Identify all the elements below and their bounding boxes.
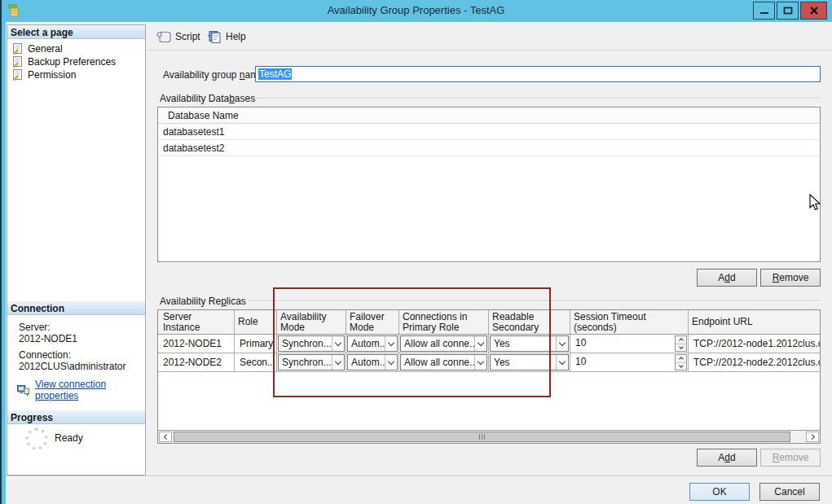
help-button[interactable]: Help (208, 30, 246, 43)
database-name-column-header[interactable]: Database Name (158, 107, 820, 124)
column-header-endpoint-url[interactable]: Endpoint URL (689, 310, 820, 335)
window-title: Availability Group Properties - TestAG (0, 4, 832, 16)
connection-section-header: Connection (7, 301, 145, 315)
ok-button[interactable]: OK (689, 483, 750, 501)
page-icon (12, 56, 24, 68)
spin-down-icon[interactable] (676, 344, 686, 352)
failover-mode-cell: Autom... (346, 353, 399, 372)
failover-mode-cell: Autom... (346, 335, 399, 353)
availability-group-properties-dialog: Availability Group Properties - TestAG S… (0, 0, 832, 504)
chevron-down-icon[interactable] (385, 355, 397, 370)
chevron-down-icon[interactable] (332, 336, 344, 351)
role-cell: Primary (235, 335, 277, 353)
chevron-left-icon (163, 434, 169, 440)
script-icon (156, 30, 171, 43)
remove-database-button[interactable]: Remove (760, 269, 821, 287)
horizontal-scrollbar[interactable] (158, 430, 820, 443)
session-timeout-spinner[interactable] (675, 335, 687, 352)
add-replica-button[interactable]: Add (697, 449, 757, 467)
endpoint-url-cell[interactable]: TCP://2012-node2.2012clus.com (689, 353, 820, 372)
scrollbar-thumb[interactable] (174, 432, 790, 442)
chevron-right-icon (808, 434, 814, 440)
role-cell: Secon... (235, 353, 277, 372)
spin-down-icon[interactable] (676, 363, 686, 370)
column-header-readable-secondary[interactable]: Readable Secondary (489, 310, 570, 335)
scroll-left-button[interactable] (159, 432, 172, 442)
group-divider (249, 300, 821, 302)
connection-value: 2012CLUS\administrator (19, 361, 125, 372)
server-value: 2012-NODE1 (19, 333, 77, 344)
sidebar-item-general[interactable]: General (12, 42, 63, 55)
scroll-right-button[interactable] (806, 432, 819, 442)
column-header-server-instance[interactable]: Server Instance (158, 310, 235, 335)
database-row[interactable]: databasetest2 (158, 140, 820, 156)
connections-in-primary-role-cell: Allow all conne... (399, 335, 489, 353)
availability-group-name-input[interactable]: TestAG (255, 66, 821, 82)
column-header-connections-in-primary-role[interactable]: Connections in Primary Role (399, 310, 489, 335)
chevron-down-icon[interactable] (385, 336, 397, 351)
progress-status: Ready (55, 432, 83, 444)
help-button-label: Help (226, 31, 246, 42)
readable-secondary-select[interactable]: Yes (490, 335, 569, 352)
minimize-button[interactable] (753, 2, 775, 20)
view-connection-properties-link[interactable]: View connection properties (35, 379, 145, 401)
failover-mode-select[interactable]: Autom... (347, 354, 398, 370)
chevron-down-icon[interactable] (556, 355, 568, 370)
connection-label: Connection: (19, 349, 71, 361)
session-timeout-spinner[interactable] (675, 354, 687, 370)
page-icon (12, 69, 24, 81)
availability-mode-select[interactable]: Synchron... (278, 335, 345, 352)
server-instance-cell[interactable]: 2012-NODE1 (158, 335, 235, 353)
availability-mode-select[interactable]: Synchron... (278, 354, 345, 370)
maximize-button[interactable] (777, 2, 799, 20)
group-divider (254, 98, 821, 99)
column-header-failover-mode[interactable]: Failover Mode (346, 310, 399, 335)
maximize-icon (783, 6, 793, 15)
availability-group-name-label: Availability group name: (163, 69, 266, 81)
close-icon (809, 6, 819, 15)
connections-select[interactable]: Allow all conne... (400, 335, 487, 352)
replica-row: 2012-NODE2 Secon... Synchron... Autom...… (158, 353, 820, 372)
connections-select[interactable]: Allow all conne... (400, 354, 487, 370)
window-left-border (2, 22, 6, 504)
availability-mode-cell: Synchron... (277, 335, 346, 353)
sidebar-item-permission[interactable]: Permission (12, 68, 76, 81)
view-connection-properties-row: View connection properties (17, 379, 145, 401)
script-button-label: Script (175, 31, 200, 42)
server-label: Server: (19, 322, 51, 333)
column-header-role[interactable]: Role (235, 310, 277, 335)
database-row[interactable]: databasetest1 (158, 124, 820, 140)
sidebar-item-label: General (28, 43, 63, 55)
replicas-grid-header: Server Instance Role Availability Mode F… (158, 310, 820, 335)
endpoint-url-cell[interactable]: TCP://2012-node1.2012clus.com (689, 335, 820, 353)
minimize-icon (759, 6, 769, 15)
cancel-button[interactable]: Cancel (759, 483, 820, 501)
column-header-availability-mode[interactable]: Availability Mode (277, 310, 346, 335)
failover-mode-select[interactable]: Autom... (347, 335, 398, 352)
sidebar-item-backup-preferences[interactable]: Backup Preferences (12, 55, 116, 68)
readable-secondary-cell: Yes (489, 335, 570, 353)
readable-secondary-select[interactable]: Yes (490, 354, 569, 370)
server-instance-cell[interactable]: 2012-NODE2 (158, 353, 235, 372)
page-icon (12, 43, 24, 55)
script-button[interactable]: Script (156, 30, 214, 43)
availability-mode-cell: Synchron... (277, 353, 346, 372)
session-timeout-value[interactable]: 10 (571, 354, 675, 370)
chevron-down-icon[interactable] (332, 355, 344, 370)
column-header-session-timeout[interactable]: Session Timeout (seconds) (570, 310, 689, 335)
spin-up-icon[interactable] (676, 355, 686, 363)
chevron-down-icon[interactable] (474, 355, 486, 370)
chevron-down-icon[interactable] (474, 336, 486, 351)
title-bar[interactable]: Availability Group Properties - TestAG (0, 0, 832, 22)
session-timeout-cell: 10 (570, 353, 689, 372)
readable-secondary-cell: Yes (489, 353, 570, 372)
session-timeout-value[interactable]: 10 (571, 335, 675, 352)
close-button[interactable] (800, 2, 827, 20)
spin-up-icon[interactable] (676, 336, 686, 344)
chevron-down-icon[interactable] (556, 336, 568, 351)
session-timeout-cell: 10 (570, 335, 689, 353)
availability-databases-list: Database Name databasetest1 databasetest… (157, 107, 821, 262)
add-database-button[interactable]: Add (697, 269, 757, 287)
sidebar-item-label: Permission (28, 69, 76, 81)
connection-properties-icon (17, 384, 30, 397)
